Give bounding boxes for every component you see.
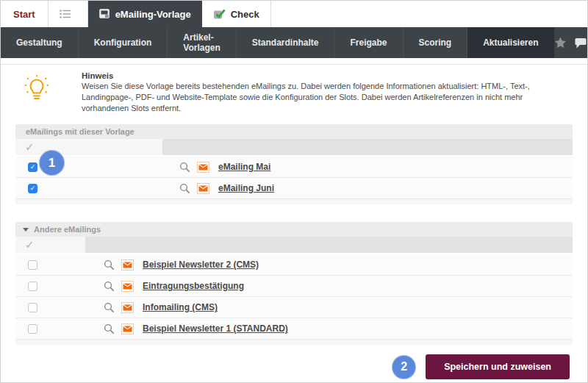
table-row: Infomailing (CMS): [15, 297, 573, 318]
save-and-assign-button[interactable]: Speichern und zuweisen: [426, 354, 570, 379]
row-checkbox[interactable]: [28, 324, 37, 334]
tab-emailing-vorlage[interactable]: eMailing-Vorlage: [88, 1, 202, 27]
row-checkbox[interactable]: [28, 303, 37, 312]
emailing-link[interactable]: Eintragungsbestätigung: [143, 281, 244, 291]
table-row: Eintragungsbestätigung: [15, 276, 573, 297]
star-icon[interactable]: [554, 37, 567, 49]
emailing-link[interactable]: eMailing Juni: [218, 183, 274, 193]
magnifier-icon[interactable]: [104, 323, 115, 334]
notice-body: Hinweis Weisen Sie diese Vorlage bereits…: [82, 71, 565, 114]
emailing-link[interactable]: eMailing Mai: [218, 162, 270, 172]
tab-emailing-vorlage-label: eMailing-Vorlage: [115, 9, 191, 20]
emailing-link[interactable]: Beispiel Newsletter 1 (STANDARD): [143, 323, 288, 334]
comment-icon[interactable]: [575, 37, 587, 49]
email-icon: [121, 281, 134, 292]
email-icon: [121, 302, 134, 313]
step-badge-2: 2: [392, 355, 416, 379]
checkmark-icon: ✓: [25, 140, 35, 154]
nav-item-konfiguration[interactable]: Konfiguration: [78, 27, 168, 58]
tab-list[interactable]: [49, 1, 88, 27]
table-row: Beispiel Newsletter 1 (STANDARD): [15, 318, 573, 340]
lightbulb-icon: [23, 71, 67, 114]
table-header: ✓: [15, 237, 573, 253]
nav-item-gestaltung[interactable]: Gestaltung: [1, 27, 78, 58]
nav-bar: Gestaltung Konfiguration Artikel-Vorlage…: [1, 27, 587, 58]
check-icon: [213, 9, 226, 20]
action-bar: 2 Speichern und zuweisen: [1, 354, 570, 379]
row-checkbox[interactable]: ✓: [28, 184, 37, 193]
magnifier-icon[interactable]: [179, 183, 190, 194]
section-other-emailings: Andere eMailings ✓ Beispiel Newslett: [15, 222, 573, 345]
email-icon: [197, 183, 209, 194]
table-footer: [15, 340, 573, 345]
emailing-link[interactable]: Beispiel Newsletter 2 (CMS): [143, 259, 259, 270]
email-icon: [121, 323, 134, 334]
table-header: ✓: [15, 139, 573, 155]
content-area: Hinweis Weisen Sie diese Vorlage bereits…: [1, 58, 587, 379]
table-footer: [15, 199, 573, 204]
collapse-triangle-icon[interactable]: [23, 228, 29, 232]
notice-box: Hinweis Weisen Sie diese Vorlage bereits…: [1, 64, 587, 123]
table-row: ✓ eMailing Juni: [15, 178, 573, 199]
table-row: Beispiel Newsletter 2 (CMS): [15, 254, 573, 276]
select-all-header[interactable]: ✓: [15, 139, 162, 155]
row-checkbox[interactable]: [28, 282, 37, 291]
list-icon: [60, 9, 71, 19]
step-badge-1: 1: [39, 150, 65, 176]
row-checkbox[interactable]: ✓: [28, 162, 37, 172]
email-icon: [121, 259, 134, 271]
section-assigned-emailings: eMailings mit dieser Vorlage ✓ ✓ eMailin…: [15, 124, 573, 204]
notice-text: Weisen Sie diese Vorlage bereits bestehe…: [82, 81, 565, 114]
name-column-header: [85, 237, 573, 253]
row-checkbox[interactable]: [28, 260, 37, 270]
tab-check[interactable]: Check: [202, 1, 271, 27]
nav-item-freigabe[interactable]: Freigabe: [334, 27, 402, 58]
section-other-title-bar: Andere eMailings: [15, 222, 573, 237]
email-icon: [197, 162, 209, 173]
magnifier-icon[interactable]: [104, 259, 115, 271]
tab-start[interactable]: Start: [1, 1, 49, 27]
notice-title: Hinweis: [82, 71, 565, 80]
nav-item-standardinhalte[interactable]: Standardinhalte: [236, 27, 334, 58]
table-row: ✓ eMailing Mai: [15, 157, 573, 178]
template-icon: [99, 9, 110, 19]
section-other-title: Andere eMailings: [34, 225, 101, 234]
emailing-link[interactable]: Infomailing (CMS): [143, 302, 218, 312]
tab-check-label: Check: [231, 9, 259, 20]
nav-item-aktualisieren[interactable]: Aktualisieren: [467, 27, 553, 58]
magnifier-icon[interactable]: [179, 162, 190, 173]
magnifier-icon[interactable]: [104, 281, 115, 292]
checkmark-icon: ✓: [25, 238, 35, 251]
nav-item-artikel-vorlagen[interactable]: Artikel-Vorlagen: [167, 27, 235, 58]
section-assigned-title: eMailings mit dieser Vorlage: [15, 124, 573, 139]
select-all-header[interactable]: ✓: [15, 237, 85, 253]
app-window: Start eMaili: [0, 0, 588, 383]
tab-bar: Start eMaili: [1, 1, 587, 27]
nav-item-scoring[interactable]: Scoring: [403, 27, 467, 58]
magnifier-icon[interactable]: [104, 302, 115, 313]
nav-icon-group: [554, 27, 588, 58]
name-column-header: [162, 139, 573, 155]
